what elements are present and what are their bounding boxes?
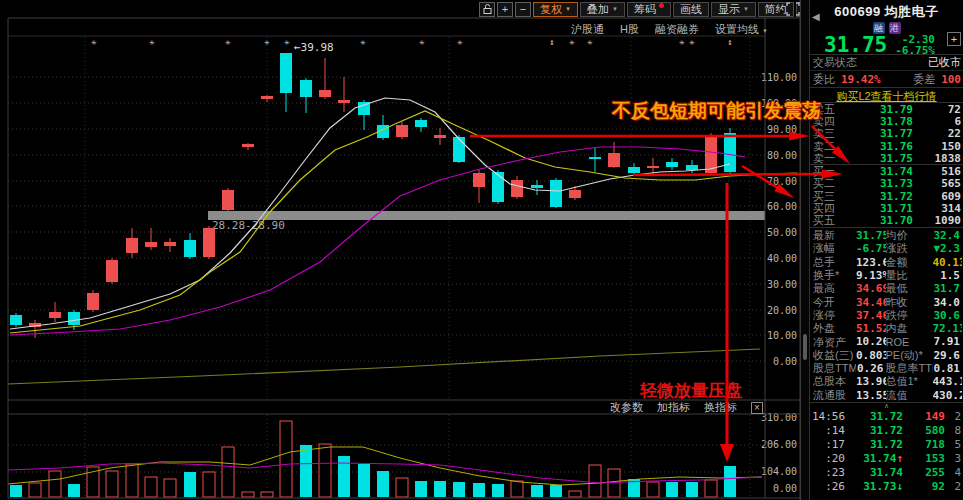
- bid-row[interactable]: 买五31.701090: [810, 215, 963, 227]
- hk-connect-badge: 港: [889, 22, 901, 34]
- bid-levels: 买一31.74516买二31.73565买三31.72609买四31.71314…: [810, 164, 963, 226]
- overlay-button[interactable]: 叠加 ▼: [580, 2, 625, 17]
- l2-upgrade-link[interactable]: 购买L2查看十档行情: [836, 90, 936, 102]
- exright-marker-icon[interactable]: ↕: [549, 37, 554, 47]
- y-axis-label: 90.00: [767, 124, 797, 135]
- close-icon[interactable]: ×: [751, 402, 763, 414]
- price-row: 31.75 -2.30-6.75%: [810, 33, 963, 57]
- candle: [531, 180, 543, 195]
- volume-bar: [49, 471, 61, 497]
- stat-row: 最高34.69最低31.7: [810, 282, 963, 295]
- y-axis-label: 80.00: [767, 150, 797, 161]
- volume-axis-label: 206.00: [761, 439, 797, 450]
- volume-bar: [10, 485, 22, 497]
- collapse-panel-icon[interactable]: ◀: [812, 11, 820, 22]
- y-axis-label: 0.00: [773, 356, 797, 367]
- zoom-in-button[interactable]: +: [497, 2, 513, 17]
- y-axis-label: 70.00: [767, 176, 797, 187]
- candle: [87, 290, 99, 312]
- add-to-watchlist-button[interactable]: +: [947, 32, 961, 46]
- ticks-collapse-handle[interactable]: ∧: [810, 402, 963, 410]
- stat-row: 收益(三)0.803PE(动)*29.6: [810, 349, 963, 362]
- drawline-button[interactable]: 画线: [673, 2, 709, 17]
- tick-row: :1431.725808: [810, 424, 963, 438]
- stat-row: 总手123.66万金额40.13亿: [810, 256, 963, 269]
- event-marker-icon[interactable]: ✳: [284, 37, 290, 47]
- panel-splitter[interactable]: [800, 0, 810, 500]
- simple-label: 简约: [765, 2, 787, 17]
- event-marker-icon[interactable]: ✳: [149, 37, 155, 47]
- event-marker-icon[interactable]: ✳: [264, 37, 270, 47]
- y-axis-label: 40.00: [767, 253, 797, 264]
- candle: [203, 226, 215, 259]
- candle: [338, 77, 350, 112]
- candle: [628, 163, 640, 175]
- change-params-link[interactable]: 改参数: [610, 400, 643, 415]
- candle: [184, 233, 196, 259]
- stock-stats: 最新31.75均价32.4涨幅-6.75%涨跌▼2.3总手123.66万金额40…: [810, 227, 963, 402]
- stat-row: 总股本13.96亿总值1*443.1亿: [810, 375, 963, 388]
- chips-label: 筹码: [634, 2, 656, 17]
- volume-bar: [647, 482, 659, 497]
- volume-bar: [377, 471, 389, 497]
- volume-bar: [184, 472, 196, 497]
- candle: [396, 122, 408, 139]
- event-marker-icon[interactable]: ✳: [569, 37, 575, 47]
- chips-button[interactable]: 筹码: [627, 2, 671, 17]
- volume-bar: [222, 447, 234, 497]
- candle: [550, 178, 562, 208]
- event-marker-icon[interactable]: ✳: [457, 37, 463, 47]
- volume-bar: [203, 472, 215, 497]
- ask-row[interactable]: 卖一31.751838: [810, 152, 963, 164]
- y-axis-label: 110.00: [761, 72, 797, 83]
- candle: [29, 320, 41, 338]
- zoom-out-button[interactable]: −: [515, 2, 531, 17]
- y-axis-label: 30.00: [767, 279, 797, 290]
- volume-bar: [686, 482, 698, 497]
- volume-bar: [511, 481, 523, 497]
- y-axis-label: 10.00: [767, 330, 797, 341]
- chevron-down-icon: ▼: [565, 6, 571, 12]
- switch-indicator-link[interactable]: 换指标: [704, 400, 737, 415]
- trading-app-window: + − 复权 ▼ 叠加 ▼ 筹码 画线 显示 ▼ 简约 隐藏 ▸▸: [0, 0, 963, 500]
- candle: [666, 158, 678, 170]
- price-change: -2.30-6.75%: [895, 34, 935, 56]
- exright-marker-icon[interactable]: ↕: [727, 37, 732, 47]
- tick-row: 14:5631.721492: [810, 410, 963, 424]
- candle: [319, 58, 331, 99]
- link-hugutong[interactable]: 沪股通: [571, 22, 604, 37]
- main-chart[interactable]: 28.28-28.90✳✳✳✳✳✳✳✳✳✳✳✳↕↕←39.98110.00100…: [0, 0, 808, 500]
- add-indicator-link[interactable]: 加指标: [657, 400, 690, 415]
- display-button[interactable]: 显示 ▼: [711, 2, 756, 17]
- scrollbar-thumb[interactable]: [803, 334, 807, 360]
- stat-row: 涨幅-6.75%涨跌▼2.3: [810, 242, 963, 255]
- fuquan-button[interactable]: 复权 ▼: [533, 2, 578, 17]
- volume-bar: [453, 482, 465, 497]
- candle: [10, 313, 22, 327]
- tick-row: :2631.73↓922: [810, 480, 963, 494]
- y-axis-label: 50.00: [767, 227, 797, 238]
- stat-row: 换手*9.13%量比1.5: [810, 269, 963, 282]
- lock-icon-glyph: [483, 4, 492, 14]
- volume-pane[interactable]: [8, 421, 762, 497]
- event-marker-icon[interactable]: ✳: [587, 37, 593, 47]
- event-marker-icon[interactable]: ✳: [225, 37, 231, 47]
- link-margin-trading[interactable]: 融资融券: [655, 22, 699, 37]
- volume-bar: [68, 484, 80, 497]
- link-ma-settings[interactable]: 设置均线 ▼: [715, 22, 768, 37]
- volume-bar: [358, 464, 370, 497]
- volume-bar: [145, 477, 157, 497]
- tick-list: 14:5631.721492:1431.725808:1731.727185:2…: [810, 410, 963, 494]
- event-marker-icon[interactable]: ✳: [360, 37, 366, 47]
- volume-bar: [492, 484, 504, 497]
- ask-levels: 卖五31.7972卖四31.786卖三31.7722卖二31.76150卖一31…: [810, 103, 963, 164]
- event-marker-icon[interactable]: ✳: [689, 37, 695, 47]
- lock-icon[interactable]: [479, 2, 495, 17]
- link-h-share[interactable]: H股: [620, 22, 639, 37]
- event-marker-icon[interactable]: ✳: [419, 37, 425, 47]
- event-marker-icon[interactable]: ✳: [91, 37, 97, 47]
- event-marker-icon[interactable]: ✳: [679, 37, 685, 47]
- volume-bar: [569, 491, 581, 497]
- candle: [164, 238, 176, 252]
- fullscreen-icon[interactable]: [786, 2, 800, 16]
